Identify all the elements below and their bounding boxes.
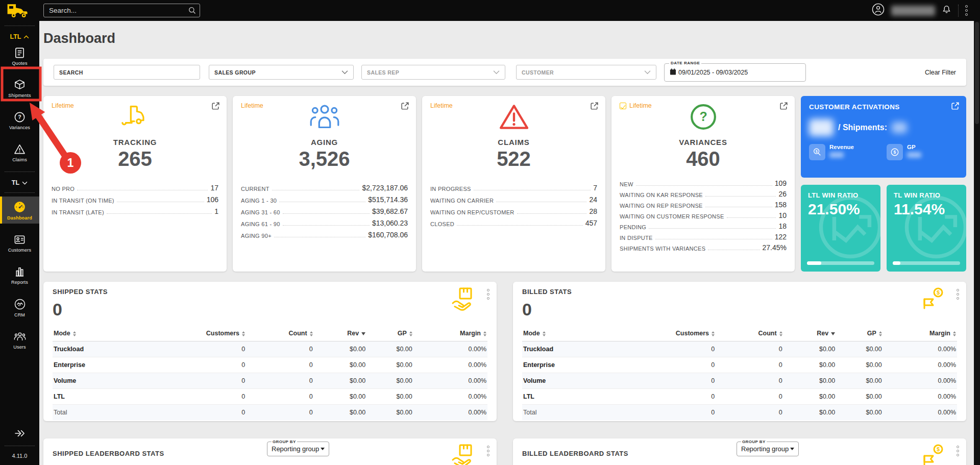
box-in-hand-icon	[451, 287, 475, 313]
sort-icon	[779, 331, 782, 336]
breakdown-row: WAITING ON CUSTOMER RESPONSE10	[620, 210, 787, 221]
filter-sales-rep-select[interactable]: SALES REP	[361, 65, 505, 80]
checkbox-icon[interactable]	[620, 103, 626, 109]
filter-sales-group-select[interactable]: SALES GROUP	[209, 65, 354, 80]
calendar-icon	[670, 68, 676, 77]
global-search	[43, 4, 200, 17]
column-header-gp[interactable]: GP	[366, 326, 413, 341]
topbar-menu-kebab-icon[interactable]	[965, 5, 968, 17]
breakdown-row: WAITING ON CARRIER24	[430, 193, 597, 205]
card-value: 460	[620, 148, 787, 170]
progress-bar	[893, 261, 960, 265]
external-link-icon[interactable]	[401, 102, 409, 110]
sidebar-item-variances[interactable]: ? Variances	[0, 107, 39, 133]
column-header-rev[interactable]: Rev	[783, 326, 837, 341]
bar-chart-icon	[14, 266, 26, 278]
chevron-up-icon	[23, 35, 29, 39]
sidebar-footer: 4.11.0	[0, 427, 39, 461]
column-header-margin[interactable]: Margin	[413, 326, 487, 341]
column-header-count[interactable]: Count	[716, 326, 783, 341]
chevron-down-icon	[341, 69, 348, 76]
tracking-card: Lifetime TRACKING 265 NO PRO17 IN TRANSI…	[43, 96, 227, 272]
sidebar-item-reports[interactable]: Reports	[0, 262, 39, 288]
svg-text:$: $	[937, 289, 940, 296]
table-row-total: Total00$0.00$0.000.00%	[53, 405, 487, 421]
external-link-icon[interactable]	[951, 102, 960, 110]
breakdown-row: AGING 61 - 90$13,060.23	[241, 217, 408, 229]
external-link-icon[interactable]	[779, 102, 788, 110]
leaderboard-row: SHIPPED LEADERBOARD STATS GROUP BY Repor…	[43, 438, 966, 465]
card-breakdown: NEW109 WAITING ON KAR RESPONSE26 WAITING…	[620, 178, 787, 253]
sidebar-item-claims[interactable]: Claims	[0, 139, 39, 165]
sort-icon	[483, 331, 486, 336]
filter-date-range[interactable]: DATE RANGE 09/01/2025 - 09/03/2025	[664, 63, 806, 82]
section-tl-label: TL	[12, 179, 19, 186]
card-menu-kebab-icon[interactable]	[957, 445, 959, 457]
sidebar-expand-icon[interactable]	[12, 427, 28, 442]
question-circle-icon: ?	[14, 111, 26, 123]
breakdown-row: WAITING ON KAR RESPONSE26	[620, 188, 787, 199]
redacted-value	[892, 122, 907, 133]
column-header-rev[interactable]: Rev	[314, 326, 367, 341]
sidebar-item-crm[interactable]: CRM	[0, 294, 39, 321]
sidebar-item-quotes[interactable]: Quotes	[0, 43, 39, 69]
card-menu-kebab-icon[interactable]	[487, 288, 489, 300]
breakdown-row: WAITING ON REP RESPONSE158	[620, 199, 787, 210]
shipped-stats-table: Mode Customers Count Rev GP Margin Truck…	[53, 326, 487, 420]
group-by-select[interactable]: GROUP BY Reporting group	[267, 442, 329, 456]
scrollbar-thumb[interactable]	[975, 22, 979, 124]
box-icon	[14, 79, 26, 91]
warning-triangle-icon	[14, 143, 26, 155]
summary-cards-row: Lifetime TRACKING 265 NO PRO17 IN TRANSI…	[43, 96, 966, 272]
sidebar-item-customers[interactable]: Customers	[0, 230, 39, 256]
chevron-down-icon	[493, 69, 500, 76]
column-header-customers[interactable]: Customers	[609, 326, 716, 341]
column-header-gp[interactable]: GP	[836, 326, 883, 341]
group-by-select[interactable]: GROUP BY Reporting group	[737, 442, 799, 456]
shipped-stats-card: SHIPPED STATS 0 Mode Customers Count Rev…	[43, 282, 497, 421]
sort-desc-icon	[361, 332, 365, 335]
sort-icon	[73, 331, 76, 336]
notifications-bell-icon[interactable]	[942, 5, 951, 16]
card-menu-kebab-icon[interactable]	[487, 445, 489, 457]
clear-filter-button[interactable]: Clear Filter	[925, 69, 956, 76]
breakdown-row: IN TRANSIT (ON TIME)106	[52, 193, 218, 205]
global-search-input[interactable]	[43, 4, 200, 17]
external-link-icon[interactable]	[211, 102, 220, 110]
section-ltl-label: LTL	[10, 33, 21, 40]
app-logo-truck-icon[interactable]	[6, 2, 33, 21]
column-header-margin[interactable]: Margin	[883, 326, 957, 341]
external-link-icon[interactable]	[590, 102, 599, 110]
filter-customer-select[interactable]: CUSTOMER	[516, 65, 656, 80]
svg-text:$: $	[894, 150, 896, 155]
user-name-redacted[interactable]	[891, 6, 935, 16]
sidebar-item-users[interactable]: Users	[0, 327, 39, 353]
billed-leaderboard-card: BILLED LEADERBOARD STATS GROUP BY Report…	[513, 438, 966, 465]
column-header-customers[interactable]: Customers	[140, 326, 246, 341]
sidebar-section-tl[interactable]: TL	[0, 176, 39, 189]
card-menu-kebab-icon[interactable]	[957, 288, 959, 300]
vertical-scrollbar[interactable]	[974, 21, 980, 465]
breakdown-row: WAITING ON REP/CUSTOMER28	[430, 205, 597, 217]
table-row: Volume00$0.00$0.000.00%	[522, 373, 957, 389]
search-icon[interactable]	[188, 7, 196, 16]
column-header-count[interactable]: Count	[246, 326, 314, 341]
dollar-flag-icon: $	[920, 444, 945, 465]
redacted-value	[907, 152, 921, 158]
sort-desc-icon	[831, 332, 835, 335]
sidebar-item-dashboard[interactable]: Dashboard	[0, 197, 39, 224]
filter-search-input[interactable]	[59, 69, 194, 76]
gp-metric: $ GP	[887, 144, 921, 160]
users-icon	[14, 331, 26, 342]
column-header-mode[interactable]: Mode	[522, 326, 609, 341]
user-avatar-icon[interactable]	[872, 3, 885, 18]
sidebar-item-shipments[interactable]: Shipments	[0, 75, 39, 101]
period-label: Lifetime	[52, 102, 74, 109]
shipped-leaderboard-card: SHIPPED LEADERBOARD STATS GROUP BY Repor…	[43, 438, 497, 465]
app-version: 4.11.0	[0, 450, 39, 461]
sort-icon	[712, 331, 715, 336]
sidebar-section-ltl[interactable]: LTL	[0, 30, 39, 43]
page-title: Dashboard	[43, 29, 966, 47]
column-header-mode[interactable]: Mode	[53, 326, 140, 341]
card-title: CLAIMS	[430, 138, 597, 146]
